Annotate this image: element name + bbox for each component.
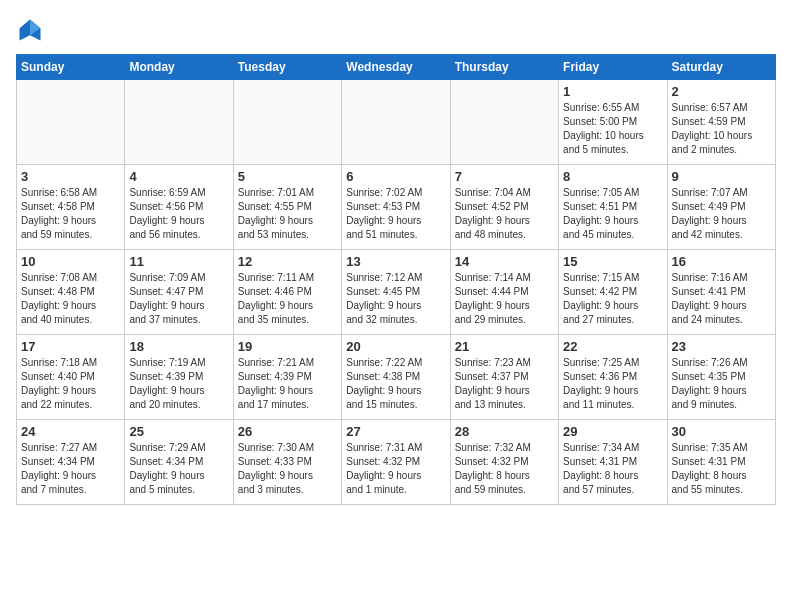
day-number: 20 (346, 339, 445, 354)
day-info: Sunrise: 7:15 AM Sunset: 4:42 PM Dayligh… (563, 271, 662, 327)
day-number: 18 (129, 339, 228, 354)
calendar-cell: 28Sunrise: 7:32 AM Sunset: 4:32 PM Dayli… (450, 420, 558, 505)
calendar-cell (233, 80, 341, 165)
day-info: Sunrise: 7:22 AM Sunset: 4:38 PM Dayligh… (346, 356, 445, 412)
day-number: 5 (238, 169, 337, 184)
day-number: 14 (455, 254, 554, 269)
day-number: 25 (129, 424, 228, 439)
day-info: Sunrise: 7:32 AM Sunset: 4:32 PM Dayligh… (455, 441, 554, 497)
logo (16, 16, 48, 44)
weekday-header: Sunday (17, 55, 125, 80)
day-info: Sunrise: 7:21 AM Sunset: 4:39 PM Dayligh… (238, 356, 337, 412)
calendar-cell: 11Sunrise: 7:09 AM Sunset: 4:47 PM Dayli… (125, 250, 233, 335)
day-info: Sunrise: 7:30 AM Sunset: 4:33 PM Dayligh… (238, 441, 337, 497)
day-info: Sunrise: 7:23 AM Sunset: 4:37 PM Dayligh… (455, 356, 554, 412)
day-info: Sunrise: 7:02 AM Sunset: 4:53 PM Dayligh… (346, 186, 445, 242)
calendar-cell: 14Sunrise: 7:14 AM Sunset: 4:44 PM Dayli… (450, 250, 558, 335)
weekday-header: Tuesday (233, 55, 341, 80)
calendar-cell: 18Sunrise: 7:19 AM Sunset: 4:39 PM Dayli… (125, 335, 233, 420)
day-info: Sunrise: 7:09 AM Sunset: 4:47 PM Dayligh… (129, 271, 228, 327)
day-number: 17 (21, 339, 120, 354)
calendar-cell: 4Sunrise: 6:59 AM Sunset: 4:56 PM Daylig… (125, 165, 233, 250)
day-info: Sunrise: 7:27 AM Sunset: 4:34 PM Dayligh… (21, 441, 120, 497)
calendar-cell: 6Sunrise: 7:02 AM Sunset: 4:53 PM Daylig… (342, 165, 450, 250)
day-number: 6 (346, 169, 445, 184)
day-info: Sunrise: 7:29 AM Sunset: 4:34 PM Dayligh… (129, 441, 228, 497)
day-number: 9 (672, 169, 771, 184)
calendar-week-row: 10Sunrise: 7:08 AM Sunset: 4:48 PM Dayli… (17, 250, 776, 335)
day-info: Sunrise: 7:34 AM Sunset: 4:31 PM Dayligh… (563, 441, 662, 497)
day-number: 29 (563, 424, 662, 439)
logo-icon (16, 16, 44, 44)
calendar-cell: 26Sunrise: 7:30 AM Sunset: 4:33 PM Dayli… (233, 420, 341, 505)
day-number: 1 (563, 84, 662, 99)
calendar-cell: 23Sunrise: 7:26 AM Sunset: 4:35 PM Dayli… (667, 335, 775, 420)
day-number: 16 (672, 254, 771, 269)
calendar-cell: 3Sunrise: 6:58 AM Sunset: 4:58 PM Daylig… (17, 165, 125, 250)
day-number: 13 (346, 254, 445, 269)
day-info: Sunrise: 7:31 AM Sunset: 4:32 PM Dayligh… (346, 441, 445, 497)
calendar-cell: 5Sunrise: 7:01 AM Sunset: 4:55 PM Daylig… (233, 165, 341, 250)
day-info: Sunrise: 7:16 AM Sunset: 4:41 PM Dayligh… (672, 271, 771, 327)
calendar-week-row: 24Sunrise: 7:27 AM Sunset: 4:34 PM Dayli… (17, 420, 776, 505)
calendar-cell: 15Sunrise: 7:15 AM Sunset: 4:42 PM Dayli… (559, 250, 667, 335)
calendar-table: SundayMondayTuesdayWednesdayThursdayFrid… (16, 54, 776, 505)
day-info: Sunrise: 7:18 AM Sunset: 4:40 PM Dayligh… (21, 356, 120, 412)
day-number: 11 (129, 254, 228, 269)
calendar-cell: 9Sunrise: 7:07 AM Sunset: 4:49 PM Daylig… (667, 165, 775, 250)
day-number: 19 (238, 339, 337, 354)
day-number: 27 (346, 424, 445, 439)
calendar-cell: 1Sunrise: 6:55 AM Sunset: 5:00 PM Daylig… (559, 80, 667, 165)
day-number: 12 (238, 254, 337, 269)
day-number: 3 (21, 169, 120, 184)
day-info: Sunrise: 6:58 AM Sunset: 4:58 PM Dayligh… (21, 186, 120, 242)
day-info: Sunrise: 7:08 AM Sunset: 4:48 PM Dayligh… (21, 271, 120, 327)
calendar-cell (17, 80, 125, 165)
day-number: 15 (563, 254, 662, 269)
calendar-week-row: 1Sunrise: 6:55 AM Sunset: 5:00 PM Daylig… (17, 80, 776, 165)
calendar-cell: 21Sunrise: 7:23 AM Sunset: 4:37 PM Dayli… (450, 335, 558, 420)
day-number: 7 (455, 169, 554, 184)
calendar-cell: 30Sunrise: 7:35 AM Sunset: 4:31 PM Dayli… (667, 420, 775, 505)
day-number: 10 (21, 254, 120, 269)
calendar-week-row: 3Sunrise: 6:58 AM Sunset: 4:58 PM Daylig… (17, 165, 776, 250)
calendar-cell: 8Sunrise: 7:05 AM Sunset: 4:51 PM Daylig… (559, 165, 667, 250)
day-info: Sunrise: 7:11 AM Sunset: 4:46 PM Dayligh… (238, 271, 337, 327)
weekday-header-row: SundayMondayTuesdayWednesdayThursdayFrid… (17, 55, 776, 80)
day-info: Sunrise: 7:01 AM Sunset: 4:55 PM Dayligh… (238, 186, 337, 242)
day-info: Sunrise: 6:59 AM Sunset: 4:56 PM Dayligh… (129, 186, 228, 242)
calendar-cell: 19Sunrise: 7:21 AM Sunset: 4:39 PM Dayli… (233, 335, 341, 420)
calendar-cell: 29Sunrise: 7:34 AM Sunset: 4:31 PM Dayli… (559, 420, 667, 505)
day-number: 4 (129, 169, 228, 184)
day-info: Sunrise: 7:35 AM Sunset: 4:31 PM Dayligh… (672, 441, 771, 497)
day-number: 26 (238, 424, 337, 439)
day-info: Sunrise: 6:55 AM Sunset: 5:00 PM Dayligh… (563, 101, 662, 157)
weekday-header: Friday (559, 55, 667, 80)
day-number: 23 (672, 339, 771, 354)
day-number: 24 (21, 424, 120, 439)
calendar-cell: 10Sunrise: 7:08 AM Sunset: 4:48 PM Dayli… (17, 250, 125, 335)
calendar-cell: 20Sunrise: 7:22 AM Sunset: 4:38 PM Dayli… (342, 335, 450, 420)
day-info: Sunrise: 7:14 AM Sunset: 4:44 PM Dayligh… (455, 271, 554, 327)
day-number: 30 (672, 424, 771, 439)
calendar-cell (342, 80, 450, 165)
day-info: Sunrise: 7:12 AM Sunset: 4:45 PM Dayligh… (346, 271, 445, 327)
calendar-cell: 13Sunrise: 7:12 AM Sunset: 4:45 PM Dayli… (342, 250, 450, 335)
calendar-cell: 22Sunrise: 7:25 AM Sunset: 4:36 PM Dayli… (559, 335, 667, 420)
weekday-header: Wednesday (342, 55, 450, 80)
calendar-week-row: 17Sunrise: 7:18 AM Sunset: 4:40 PM Dayli… (17, 335, 776, 420)
weekday-header: Monday (125, 55, 233, 80)
calendar-cell (125, 80, 233, 165)
day-info: Sunrise: 7:04 AM Sunset: 4:52 PM Dayligh… (455, 186, 554, 242)
day-info: Sunrise: 7:25 AM Sunset: 4:36 PM Dayligh… (563, 356, 662, 412)
calendar-cell: 25Sunrise: 7:29 AM Sunset: 4:34 PM Dayli… (125, 420, 233, 505)
weekday-header: Thursday (450, 55, 558, 80)
calendar-cell: 2Sunrise: 6:57 AM Sunset: 4:59 PM Daylig… (667, 80, 775, 165)
day-number: 2 (672, 84, 771, 99)
calendar-cell: 24Sunrise: 7:27 AM Sunset: 4:34 PM Dayli… (17, 420, 125, 505)
day-number: 22 (563, 339, 662, 354)
day-number: 8 (563, 169, 662, 184)
day-info: Sunrise: 6:57 AM Sunset: 4:59 PM Dayligh… (672, 101, 771, 157)
page-header (16, 16, 776, 44)
day-info: Sunrise: 7:19 AM Sunset: 4:39 PM Dayligh… (129, 356, 228, 412)
